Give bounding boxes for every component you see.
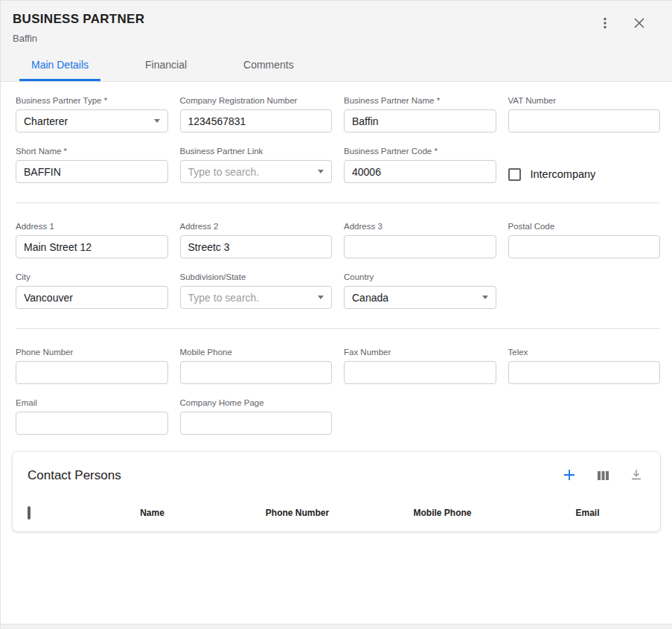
field-telex: Telex <box>508 348 661 384</box>
contact-persons-table-header: Name Phone Number Mobile Phone Email <box>13 494 660 531</box>
plus-icon <box>563 468 576 482</box>
tab-comments[interactable]: Comments <box>231 51 306 81</box>
short-name-label: Short Name * <box>16 147 168 156</box>
subdivision-state-label: Subdivision/State <box>180 272 333 281</box>
field-email: Email <box>16 398 168 435</box>
address-1-input[interactable] <box>16 235 168 258</box>
column-header-email: Email <box>515 508 660 518</box>
city-input[interactable] <box>16 286 168 309</box>
intercompany-label: Intercompany <box>531 168 596 180</box>
vat-number-input[interactable] <box>508 109 661 132</box>
intercompany-checkbox[interactable] <box>508 168 521 181</box>
business-partner-name-input[interactable] <box>344 109 496 132</box>
field-address-3: Address 3 <box>344 222 496 258</box>
mobile-phone-input[interactable] <box>180 361 333 384</box>
business-partner-type-select[interactable]: Charterer <box>16 109 168 132</box>
business-partner-link-select[interactable]: Type to search. <box>180 160 333 183</box>
fax-number-input[interactable] <box>344 361 496 384</box>
mobile-phone-label: Mobile Phone <box>180 348 333 357</box>
columns-icon <box>597 470 609 482</box>
field-vat-number: VAT Number <box>508 96 661 132</box>
close-button[interactable] <box>632 16 647 31</box>
page-title: BUSINESS PARTNER <box>13 12 144 27</box>
field-fax-number: Fax Number <box>344 348 496 384</box>
field-mobile-phone: Mobile Phone <box>180 348 333 384</box>
country-value: Canada <box>352 292 388 304</box>
close-icon <box>633 17 645 29</box>
field-business-partner-code: Business Partner Code * <box>344 147 496 183</box>
contact-persons-title: Contact Persons <box>28 468 121 483</box>
business-partner-dialog: BUSINESS PARTNER Baffin <box>0 0 672 629</box>
kebab-menu-icon <box>599 16 611 30</box>
field-subdivision-state: Subdivision/State Type to search. <box>180 272 333 309</box>
company-home-page-input[interactable] <box>180 412 333 435</box>
field-short-name: Short Name * <box>16 147 168 183</box>
tab-main-details[interactable]: Main Details <box>19 51 100 81</box>
field-city: City <box>16 272 168 309</box>
field-address-1: Address 1 <box>16 222 168 258</box>
business-partner-link-placeholder: Type to search. <box>188 166 260 178</box>
page-bottom-strip <box>1 624 672 629</box>
address-2-label: Address 2 <box>180 222 333 231</box>
subdivision-state-placeholder: Type to search. <box>188 292 260 304</box>
tab-financial[interactable]: Financial <box>133 51 199 81</box>
fax-number-label: Fax Number <box>344 348 496 357</box>
field-country: Country Canada <box>344 272 496 309</box>
vat-number-label: VAT Number <box>508 96 661 105</box>
short-name-input[interactable] <box>16 160 168 183</box>
business-partner-code-input[interactable] <box>344 160 496 183</box>
address-2-input[interactable] <box>180 235 333 258</box>
field-business-partner-link: Business Partner Link Type to search. <box>180 147 333 183</box>
address-3-input[interactable] <box>344 235 496 258</box>
column-settings-button[interactable] <box>595 468 611 483</box>
identity-section: Business Partner Type * Charterer Compan… <box>16 96 660 183</box>
chevron-down-icon <box>318 170 324 173</box>
business-partner-link-label: Business Partner Link <box>180 147 333 156</box>
business-partner-code-label: Business Partner Code * <box>344 147 496 156</box>
contact-persons-card: Contact Persons <box>13 452 660 531</box>
add-contact-person-button[interactable] <box>561 467 577 484</box>
column-header-name: Name <box>80 508 225 518</box>
subdivision-state-select[interactable]: Type to search. <box>180 286 333 309</box>
company-home-page-label: Company Home Page <box>180 398 333 407</box>
city-label: City <box>16 272 168 281</box>
select-all-checkbox[interactable] <box>28 506 31 520</box>
field-company-home-page: Company Home Page <box>180 398 333 435</box>
field-postal-code: Postal Code <box>508 222 661 258</box>
business-partner-type-value: Charterer <box>24 115 68 127</box>
phone-number-label: Phone Number <box>16 348 168 357</box>
export-button[interactable] <box>629 467 644 483</box>
field-business-partner-name: Business Partner Name * <box>344 96 496 132</box>
column-header-phone-number: Phone Number <box>225 508 370 518</box>
column-header-mobile-phone: Mobile Phone <box>370 508 515 518</box>
address-section: Address 1 Address 2 Address 3 Postal Cod… <box>16 222 660 309</box>
email-input[interactable] <box>16 412 168 435</box>
telex-label: Telex <box>508 348 661 357</box>
postal-code-label: Postal Code <box>508 222 661 231</box>
address-3-label: Address 3 <box>344 222 496 231</box>
telex-input[interactable] <box>508 361 661 384</box>
tab-bar: Main Details Financial Comments <box>13 51 660 81</box>
field-phone-number: Phone Number <box>16 348 168 384</box>
section-divider <box>16 202 660 203</box>
phone-number-input[interactable] <box>16 361 168 384</box>
section-divider <box>16 328 660 329</box>
chevron-down-icon <box>318 296 324 299</box>
chevron-down-icon <box>154 119 160 123</box>
page-subtitle: Baffin <box>13 33 144 44</box>
field-company-registration-number: Company Registration Number <box>180 96 333 132</box>
postal-code-input[interactable] <box>508 235 661 258</box>
dialog-header: BUSINESS PARTNER Baffin <box>1 1 672 82</box>
field-intercompany: Intercompany <box>508 165 661 183</box>
country-label: Country <box>344 272 496 281</box>
chevron-down-icon <box>482 296 488 299</box>
download-icon <box>630 469 642 482</box>
main-details-form: Business Partner Type * Charterer Compan… <box>1 82 672 435</box>
more-options-button[interactable] <box>598 15 612 31</box>
business-partner-name-label: Business Partner Name * <box>344 96 496 105</box>
company-registration-number-input[interactable] <box>180 109 333 132</box>
contact-info-section: Phone Number Mobile Phone Fax Number Tel… <box>16 348 660 435</box>
company-registration-number-label: Company Registration Number <box>180 96 333 105</box>
address-1-label: Address 1 <box>16 222 168 231</box>
country-select[interactable]: Canada <box>344 286 496 309</box>
